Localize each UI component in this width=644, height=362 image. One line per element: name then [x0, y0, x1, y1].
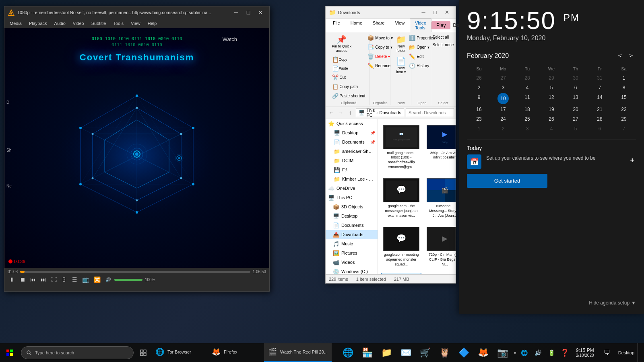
cal-day-26[interactable]: 26: [539, 115, 564, 123]
ribbon-pin-button[interactable]: 📌 Pin to Quickaccess: [330, 34, 354, 55]
ribbon-paste-button[interactable]: 📄 Paste: [330, 64, 350, 72]
file-item-4[interactable]: 🎬 cutscene... Messeng... Story of J... A…: [425, 175, 456, 221]
task-view-button[interactable]: [135, 343, 151, 362]
cal-day-8[interactable]: 8: [612, 83, 636, 92]
taskbar-store-icon[interactable]: 🏪: [358, 343, 377, 362]
cal-day-19[interactable]: 19: [539, 105, 564, 114]
sidebar-item-videos[interactable]: 📹 Videos: [326, 258, 378, 267]
ribbon-newitem-button[interactable]: 📄 Newitem ▾: [394, 56, 409, 76]
ribbon-delete-button[interactable]: 🗑️ Delete ▾: [365, 52, 392, 61]
sidebar-item-kimber[interactable]: 📁 Kimber Lee - VR Pac: [326, 175, 378, 184]
calendar-next-button[interactable]: ＞: [626, 50, 636, 62]
search-input[interactable]: [406, 108, 454, 117]
sidebar-item-onedrive[interactable]: ☁️ OneDrive: [326, 184, 378, 193]
vlc-playlist-button[interactable]: ☰: [70, 276, 79, 284]
file-item-1[interactable]: 📧 mail.google.com mail.google.com - Inbo…: [381, 122, 421, 173]
sidebar-item-dcim[interactable]: 📁 DCIM: [326, 156, 378, 165]
vlc-minimize-button[interactable]: ─: [231, 8, 242, 17]
cal-day-3[interactable]: 3: [491, 83, 515, 92]
cal-day-4mar[interactable]: 4: [539, 124, 564, 133]
taskbar-app6-icon[interactable]: 🔷: [454, 343, 474, 362]
vlc-menu-view[interactable]: View: [128, 20, 144, 27]
cal-day-7mar[interactable]: 7: [612, 124, 636, 133]
ribbon-tab-home[interactable]: Home: [345, 19, 367, 32]
explorer-files[interactable]: 📧 mail.google.com mail.google.com - Inbo…: [378, 119, 456, 274]
ribbon-newfolder-button[interactable]: 📁 Newfolder: [394, 34, 409, 55]
ribbon-rename-button[interactable]: ✏️ Rename: [365, 62, 392, 70]
vlc-next-button[interactable]: ⏭: [39, 276, 48, 284]
explorer-close-button[interactable]: ✕: [441, 8, 452, 17]
taskbar-mail-icon[interactable]: ✉️: [396, 343, 416, 362]
ribbon-moveto-button[interactable]: 📦 Move to ▾: [365, 34, 394, 42]
cal-day-27jan[interactable]: 27: [491, 74, 515, 82]
ribbon-open-button[interactable]: 📂 Open ▾: [407, 43, 431, 51]
taskbar-edge-icon[interactable]: 🌐: [339, 343, 358, 362]
start-button[interactable]: [0, 343, 19, 362]
ribbon-tab-file[interactable]: File: [328, 19, 345, 32]
vlc-progress-bar[interactable]: [20, 271, 250, 273]
cal-day-28jan[interactable]: 28: [515, 74, 539, 82]
explorer-minimize-button[interactable]: ─: [418, 8, 429, 17]
tray-help-icon[interactable]: ❓: [558, 346, 571, 359]
ribbon-tab-videotools[interactable]: Video Tools: [410, 19, 431, 32]
cal-day-22[interactable]: 22: [612, 105, 636, 114]
ribbon-cut-button[interactable]: ✂️ Cut: [330, 73, 367, 82]
cal-day-16[interactable]: 16: [467, 105, 491, 114]
calendar-prev-button[interactable]: ＜: [615, 50, 625, 62]
file-item-3[interactable]: 💬 google.com - the messenger joanjean ex…: [381, 175, 421, 221]
ribbon-tab-share[interactable]: Share: [367, 19, 390, 32]
ribbon-selectall-button[interactable]: Select all: [431, 34, 451, 41]
sidebar-item-3dobjects[interactable]: 📦 3D Objects: [326, 202, 378, 212]
cal-day-28[interactable]: 28: [588, 115, 612, 123]
hide-agenda-button[interactable]: Hide agenda setup ▼: [589, 300, 636, 306]
agenda-add-button[interactable]: +: [628, 154, 636, 166]
vlc-prev-button[interactable]: ⏮: [29, 276, 37, 284]
explorer-maximize-button[interactable]: □: [429, 8, 441, 17]
vlc-close-button[interactable]: ✕: [255, 8, 266, 17]
cal-day-1mar[interactable]: 1: [467, 124, 491, 133]
sidebar-item-desktop[interactable]: 🖥️ Desktop 📌: [326, 128, 378, 138]
vlc-ext-button[interactable]: 📺: [80, 276, 91, 284]
vlc-stop-button[interactable]: ⏹: [18, 276, 27, 284]
ribbon-selectnone-button[interactable]: Select none: [431, 41, 456, 48]
cal-day-4[interactable]: 4: [515, 83, 539, 92]
vlc-fullscreen-button[interactable]: ⛶: [50, 276, 58, 284]
cal-day-6mar[interactable]: 6: [588, 124, 612, 133]
cal-day-2mar[interactable]: 2: [491, 124, 515, 133]
tray-overflow-button[interactable]: »: [512, 349, 518, 357]
sidebar-item-americavr[interactable]: 📁 americavr-Sheridan...: [326, 147, 378, 156]
taskbar-app-firefox[interactable]: 🦊 Firefox: [208, 343, 264, 362]
back-button[interactable]: ←: [327, 108, 335, 117]
taskbar-search-box[interactable]: Type here to search: [21, 346, 134, 359]
show-desktop-button[interactable]: [638, 343, 641, 362]
cal-day-2[interactable]: 2: [467, 83, 491, 92]
vlc-maximize-button[interactable]: □: [243, 8, 254, 17]
vlc-menu-audio[interactable]: Audio: [51, 20, 69, 27]
tray-network-icon[interactable]: 🌐: [518, 346, 531, 359]
cal-day-11[interactable]: 11: [515, 93, 539, 104]
cal-day-9[interactable]: 9: [467, 93, 491, 104]
vlc-menu-help[interactable]: Help: [144, 20, 160, 27]
cal-day-1[interactable]: 1: [612, 74, 636, 82]
ribbon-copyto-button[interactable]: 📑 Copy to ▾: [365, 43, 394, 51]
cal-day-13[interactable]: 13: [564, 93, 588, 104]
file-item-2[interactable]: ▶ 360p 360p - Jo Arc vs... infinit possi…: [425, 122, 456, 173]
vlc-menu-media[interactable]: Media: [6, 20, 25, 27]
cal-day-29[interactable]: 29: [612, 115, 636, 123]
vlc-menu-subtitle[interactable]: Subtitle: [88, 20, 109, 27]
cal-day-15[interactable]: 15: [612, 93, 636, 104]
taskbar-app-tor[interactable]: 🌐 Tor Browser: [151, 343, 208, 362]
ribbon-tab-view[interactable]: View: [390, 19, 410, 32]
cal-day-23[interactable]: 23: [467, 115, 491, 123]
forward-button[interactable]: →: [337, 108, 345, 117]
ribbon-edit-button[interactable]: ✏️ Edit: [407, 52, 425, 61]
tray-battery-icon[interactable]: 🔋: [545, 346, 558, 359]
taskbar-amazon-icon[interactable]: 🛒: [416, 343, 435, 362]
cal-day-14[interactable]: 14: [588, 93, 612, 104]
vlc-menu-tools[interactable]: Tools: [110, 20, 127, 27]
sidebar-item-documents2[interactable]: 📄 Documents: [326, 221, 378, 230]
taskbar-clock[interactable]: 9:15 PM 2/10/2020: [571, 348, 599, 358]
ribbon-copypath-button[interactable]: 📋 Copy path: [330, 82, 367, 91]
sidebar-item-downloads[interactable]: 📥 Downloads: [326, 230, 378, 239]
ribbon-history-button[interactable]: 🕐 History: [407, 62, 431, 70]
